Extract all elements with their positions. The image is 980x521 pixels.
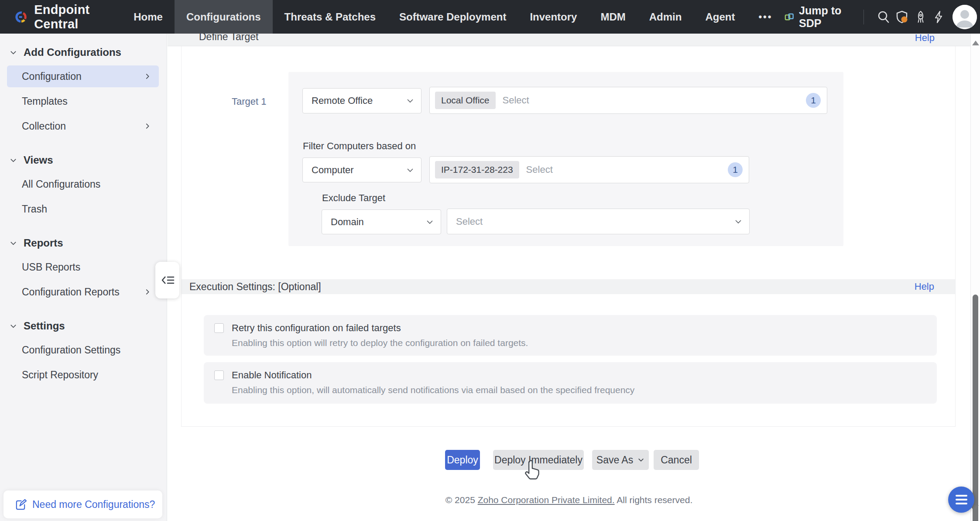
hamburger-icon [956,495,967,497]
zoho-corporation-link[interactable]: Zoho Corporation Private Limited. [478,495,615,505]
sidebar-item-configuration-reports[interactable]: Configuration Reports [7,281,159,303]
nav-menu: Home Configurations Threats & Patches So… [122,0,784,34]
enable-notification-checkbox[interactable] [214,370,224,380]
top-navbar: Endpoint Central Home Configurations Thr… [0,0,980,34]
sidebar-title-label: Settings [24,320,65,332]
sidebar-item-label: Configuration [22,71,82,82]
define-target-header: Define Target Help [168,34,970,46]
sidebar-title-views[interactable]: Views [0,150,167,170]
sidebar-item-label: Collection [22,120,66,132]
cancel-button[interactable]: Cancel [654,450,699,470]
collapse-sidebar-icon [161,273,175,287]
target-chip-local-office[interactable]: Local Office [435,92,496,109]
nav-item-configurations[interactable]: Configurations [175,0,273,34]
sidebar-item-configuration-settings[interactable]: Configuration Settings [7,339,159,361]
left-sidebar: Add Configurations Configuration Templat… [0,34,167,521]
filter-value-input[interactable]: IP-172-31-28-223 Select 1 [429,156,749,183]
nav-item-agent[interactable]: Agent [693,0,747,34]
sidebar-item-usb-reports[interactable]: USB Reports [7,256,159,278]
jump-to-sdp-label: Jump to SDP [799,4,851,30]
target-value-input[interactable]: Local Office Select 1 [429,87,827,114]
nav-item-software-deployment[interactable]: Software Deployment [387,0,518,34]
need-more-configurations-link[interactable]: Need more Configurations? [15,499,155,511]
nav-item-inventory[interactable]: Inventory [518,0,589,34]
target-type-select[interactable]: Remote Office [302,88,421,113]
user-avatar[interactable] [953,5,977,29]
deploy-button[interactable]: Deploy [445,450,480,470]
rocket-icon[interactable] [911,5,929,29]
exclude-target-label: Exclude Target [322,192,385,204]
edit-compose-icon [15,499,27,511]
notification-option-description: Enabling this option, will automatically… [232,385,937,395]
chevron-down-icon [734,218,742,226]
security-shield-icon[interactable] [893,5,911,29]
sidebar-collapse-toggle[interactable] [155,262,179,298]
sidebar-title-label: Reports [24,237,63,249]
target-type-value: Remote Office [312,95,373,106]
sidebar-item-collection[interactable]: Collection [7,115,159,137]
filter-count-badge[interactable]: 1 [728,162,743,177]
exclude-value-select[interactable]: Select [447,209,750,234]
chevron-down-icon [10,322,17,330]
execution-settings-header: Execution Settings: [Optional] Help [182,279,955,294]
vertical-scrollbar[interactable] [970,34,980,521]
sidebar-title-label: Add Configurations [24,46,121,58]
sidebar-item-script-repository[interactable]: Script Repository [7,364,159,386]
sidebar-section-add-configurations: Add Configurations Configuration Templat… [0,42,167,137]
sidebar-item-templates[interactable]: Templates [7,90,159,112]
chevron-right-icon [144,123,151,130]
sidebar-item-trash[interactable]: Trash [7,198,159,220]
nav-item-admin[interactable]: Admin [637,0,694,34]
scrollbar-thumb[interactable] [973,295,978,521]
retry-checkbox[interactable] [214,323,224,333]
sidebar-title-reports[interactable]: Reports [0,233,167,253]
scrollbar-up-arrow-icon[interactable] [972,41,979,45]
quick-actions-bolt-icon[interactable] [930,5,948,29]
deploy-immediately-button[interactable]: Deploy Immediately [493,450,584,470]
nav-item-mdm[interactable]: MDM [589,0,637,34]
nav-item-more[interactable]: ••• [747,0,784,34]
floating-menu-button[interactable] [948,487,974,513]
nav-item-threats-patches[interactable]: Threats & Patches [273,0,387,34]
define-target-title: Define Target [199,34,258,43]
sidebar-item-label: Templates [22,96,68,107]
chevron-down-icon [10,49,17,56]
exclude-type-select[interactable]: Domain [322,209,441,234]
retry-option-label: Retry this configuration on failed targe… [232,322,401,334]
sidebar-item-configuration[interactable]: Configuration [7,65,159,87]
chevron-down-icon [10,157,17,164]
sidebar-section-views: Views All Configurations Trash [0,150,167,220]
define-target-help-link[interactable]: Help [915,34,935,44]
sidebar-title-label: Views [24,154,53,166]
brand-name: Endpoint Central [34,3,97,31]
endpoint-central-logo-icon [15,7,27,27]
save-as-label: Save As [596,454,633,466]
sidebar-title-settings[interactable]: Settings [0,316,167,336]
copyright-footer: © 2025 Zoho Corporation Private Limited.… [168,495,970,505]
copyright-prefix: © 2025 [445,495,478,505]
save-as-button[interactable]: Save As [592,450,649,470]
filter-chip-computer[interactable]: IP-172-31-28-223 [435,161,519,178]
main-content: Define Target Help Target 1 Remote Offic… [168,34,970,521]
sidebar-title-add-configurations[interactable]: Add Configurations [0,42,167,62]
notification-option-card: Enable Notification Enabling this option… [204,362,937,404]
brand: Endpoint Central [15,3,97,31]
chevron-down-icon [406,166,414,174]
execution-settings-help-link[interactable]: Help [915,281,934,292]
sidebar-item-all-configurations[interactable]: All Configurations [7,173,159,195]
search-icon[interactable] [874,5,893,29]
filter-type-select[interactable]: Computer [302,158,421,182]
sidebar-footer-card: Need more Configurations? [3,490,162,518]
sidebar-item-label: Configuration Reports [22,286,120,298]
target-select-placeholder: Select [503,95,529,106]
sdp-icon [785,11,794,23]
nav-item-home[interactable]: Home [122,0,175,34]
retry-option-description: Enabling this option will retry to deplo… [232,338,937,348]
filter-type-value: Computer [312,165,354,176]
jump-to-sdp-button[interactable]: Jump to SDP [785,4,851,30]
sidebar-item-label: Trash [22,203,47,215]
execution-settings-title: Execution Settings: [Optional] [189,281,321,293]
sidebar-section-settings: Settings Configuration Settings Script R… [0,316,167,386]
target-count-badge[interactable]: 1 [806,93,821,108]
retry-option-card: Retry this configuration on failed targe… [204,315,937,356]
